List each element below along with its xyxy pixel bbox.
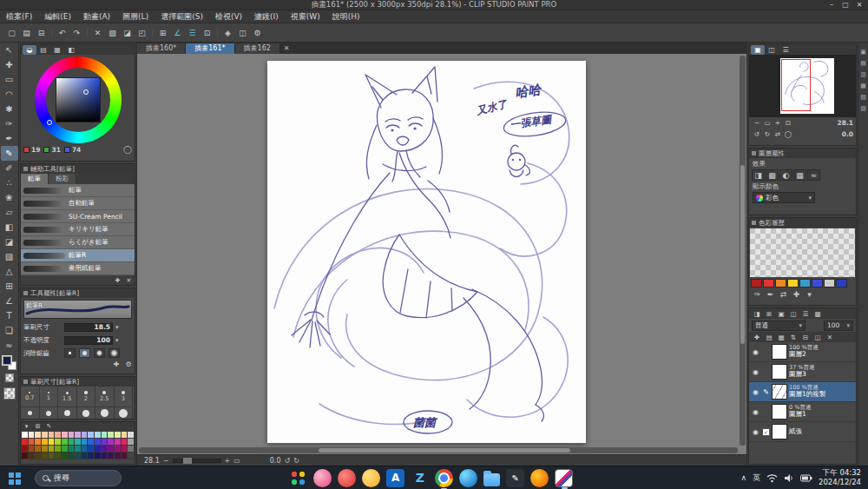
subtool-item[interactable]: らくがき鉛筆	[21, 236, 135, 249]
color-swatch[interactable]	[775, 279, 786, 287]
color-swatch[interactable]	[55, 432, 61, 438]
material-tab-2-icon[interactable]: ▤	[858, 57, 868, 69]
ime-indicator[interactable]: 英	[753, 472, 760, 484]
new-vector-layer-icon[interactable]: ▤	[763, 332, 775, 342]
brush-size-preset[interactable]: 3	[115, 387, 134, 407]
color-swatch[interactable]	[49, 432, 55, 438]
color-swatch[interactable]	[108, 432, 114, 438]
brush-size-preset[interactable]: 1.5	[58, 387, 77, 407]
anti-alias-none-button[interactable]	[64, 348, 76, 358]
balloon-tool-icon[interactable]: ❏	[1, 323, 18, 338]
color-swatch[interactable]	[29, 439, 35, 445]
menu-animation[interactable]: 動畫(A)	[77, 10, 116, 23]
battery-icon[interactable]	[800, 474, 812, 482]
subview-tab-icon[interactable]: ◫	[765, 45, 779, 55]
color-swatch[interactable]	[35, 439, 41, 445]
layer-opacity-field[interactable]: 100 ▾	[824, 320, 853, 331]
new-folder-icon[interactable]: ▦	[775, 332, 787, 342]
eraser-tool-icon[interactable]: ▱	[1, 205, 18, 220]
color-swatch[interactable]	[22, 446, 28, 452]
color-set-tab-icon[interactable]: ▦	[50, 45, 64, 55]
figure-tool-icon[interactable]: △	[1, 264, 18, 279]
brush-size-preset[interactable]: 1	[40, 387, 59, 407]
color-swatch[interactable]	[102, 439, 108, 445]
color-swatch[interactable]	[122, 439, 128, 445]
colorset-edit-icon[interactable]: ✎	[43, 422, 55, 431]
color-swatch[interactable]	[812, 279, 823, 287]
taskbar-search[interactable]: 搜尋	[35, 470, 122, 486]
color-swatch[interactable]	[115, 446, 121, 452]
layer-mask-icon[interactable]: ◨	[751, 308, 763, 319]
canvas-viewport[interactable]: 哈哈 又水了 一張草圖 菌菌	[137, 54, 746, 454]
wrench-icon[interactable]: ⚙	[122, 360, 135, 369]
color-swatch[interactable]	[102, 453, 108, 459]
app-icon-widgets[interactable]	[289, 469, 307, 487]
move-layer-tool-icon[interactable]: ✚	[1, 57, 18, 72]
color-swatch[interactable]	[82, 432, 88, 438]
color-swatch[interactable]	[122, 432, 128, 438]
app-icon-z[interactable]: Z	[411, 469, 429, 487]
app-icon-a[interactable]: A	[386, 469, 404, 487]
lock-layer-icon[interactable]: ☰	[799, 308, 812, 319]
material-tab-6-icon[interactable]: ▨	[858, 102, 868, 114]
color-swatch[interactable]	[29, 432, 35, 438]
brush-size-stepper-icon[interactable]: ▾	[115, 324, 119, 331]
color-mix-button[interactable]: ◯	[123, 145, 132, 154]
menu-window[interactable]: 視窗(W)	[285, 10, 326, 23]
color-swatch[interactable]	[75, 453, 81, 459]
brush-size-preset[interactable]	[95, 407, 115, 420]
eyedropper-tool-icon[interactable]: ✑	[1, 116, 18, 131]
menu-layer[interactable]: 圖層(L)	[116, 10, 155, 23]
brush-tool-icon[interactable]: ✐	[1, 161, 18, 175]
lock-transparent-icon[interactable]: ▩	[812, 308, 824, 319]
colorset-grid-icon[interactable]: ⊞	[32, 422, 43, 431]
zoom-slider-icon[interactable]: ▭	[762, 118, 773, 128]
color-swatch[interactable]	[55, 446, 61, 452]
subtool-item-selected[interactable]: 鉛筆R	[21, 249, 135, 262]
border-effect-icon[interactable]: ◨	[752, 169, 765, 181]
snap-special-ruler-icon[interactable]: ☰	[185, 26, 200, 40]
color-swatch[interactable]	[799, 279, 811, 287]
snap-ruler-icon[interactable]: ∠	[170, 26, 185, 40]
information-tab-icon[interactable]: ☰	[779, 45, 792, 55]
delete-layer-icon[interactable]: ✕	[824, 332, 836, 342]
color-swatch[interactable]	[102, 432, 108, 438]
merge-down-icon[interactable]: ⊟	[799, 332, 812, 342]
reset-rotation-icon[interactable]: ◯	[783, 129, 793, 139]
brush-size-preset[interactable]	[115, 407, 134, 420]
fit-window-icon[interactable]: ▭	[233, 457, 240, 465]
canvas-page[interactable]: 哈哈 又水了 一張草圖 菌菌	[267, 61, 586, 443]
layer-row-paper[interactable]: ◉ ✓ 紙張	[749, 422, 856, 442]
brush-size-slider[interactable]: 18.5	[64, 323, 113, 332]
file-explorer-icon[interactable]	[483, 473, 500, 486]
tab-close-icon[interactable]: ✕	[284, 44, 290, 52]
volume-icon[interactable]	[784, 473, 794, 483]
auto-select-tool-icon[interactable]: ✱	[1, 102, 18, 116]
color-swatch[interactable]	[82, 439, 88, 445]
color-swatch[interactable]	[88, 439, 94, 445]
frame-border-tool-icon[interactable]: ⊞	[1, 279, 18, 294]
operate-tool-icon[interactable]: ↖	[1, 43, 18, 57]
color-swatch[interactable]	[95, 432, 101, 438]
color-swatch[interactable]	[62, 453, 68, 459]
material-tab-3-icon[interactable]: ▥	[858, 69, 868, 80]
color-swatch[interactable]	[82, 446, 88, 452]
zoom-in-icon[interactable]: +	[773, 118, 783, 128]
intermediate-color-tab-icon[interactable]: ◧	[64, 45, 78, 55]
app-icon-pink[interactable]	[313, 469, 332, 487]
color-wheel[interactable]	[35, 56, 122, 143]
color-swatch[interactable]	[69, 432, 75, 438]
brush-size-preset[interactable]	[21, 407, 40, 420]
canvas-vertical-scrollbar[interactable]	[740, 56, 746, 446]
onion-skin-icon[interactable]: ◫	[235, 26, 250, 40]
brush-size-preset[interactable]: 2.5	[95, 387, 115, 407]
layer-visible-icon[interactable]: ◉	[751, 348, 760, 356]
navigator-view-rect[interactable]	[781, 59, 811, 111]
color-swatch[interactable]	[108, 446, 114, 452]
new-layer-icon[interactable]: ✚	[751, 332, 763, 342]
color-wheel-tab-icon[interactable]: ◒	[23, 45, 36, 55]
airbrush-tool-icon[interactable]: ∴	[1, 175, 18, 190]
anti-alias-strong-button[interactable]	[108, 348, 120, 358]
zoom-in-icon[interactable]: +	[225, 457, 231, 465]
color-swatch[interactable]	[55, 453, 61, 459]
